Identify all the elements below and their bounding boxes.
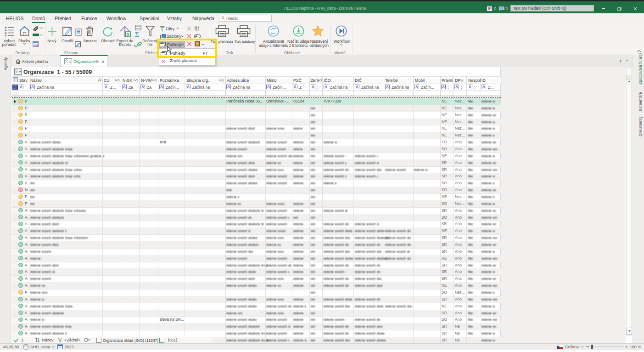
- svg-text:X: X: [127, 32, 129, 37]
